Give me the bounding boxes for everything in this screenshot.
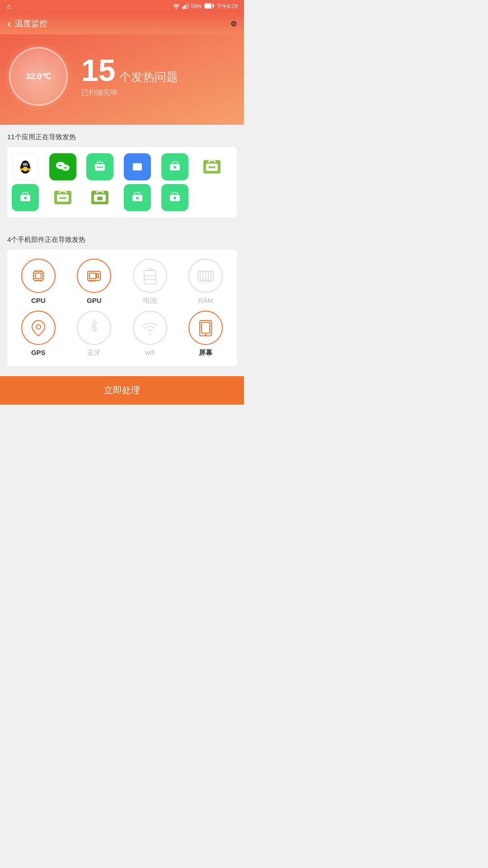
- svg-rect-93: [148, 269, 152, 271]
- warning-icon: ⚠: [6, 3, 12, 10]
- svg-rect-92: [144, 270, 156, 284]
- svg-point-27: [101, 166, 103, 168]
- svg-point-53: [59, 197, 61, 199]
- svg-point-21: [64, 167, 65, 169]
- svg-point-46: [24, 197, 27, 199]
- battery-icon: [204, 3, 214, 10]
- comp-battery[interactable]: 电池: [123, 259, 177, 305]
- temperature-value: 32.0℃: [26, 71, 51, 81]
- app-grid: [12, 153, 232, 211]
- svg-point-12: [23, 164, 25, 165]
- svg-rect-87: [97, 274, 99, 278]
- temperature-circle-wrap: 32.0℃: [9, 47, 68, 106]
- scan-status: 已扫描完毕: [81, 88, 178, 98]
- issue-suffix: 个发热问题: [119, 69, 178, 85]
- app-icon-android-blue[interactable]: [124, 153, 151, 180]
- svg-point-13: [26, 164, 27, 165]
- svg-rect-2: [186, 4, 188, 9]
- cpu-circle: [21, 259, 56, 293]
- header: ‹ 温度监控 ⚙: [0, 13, 244, 34]
- screen-circle: [188, 311, 223, 345]
- app-icon-android2[interactable]: [161, 153, 188, 180]
- cpu-label: CPU: [31, 297, 46, 304]
- app-icon-android-plain3[interactable]: [86, 184, 113, 211]
- svg-point-28: [97, 162, 98, 164]
- battery-label: 电池: [143, 297, 157, 305]
- comp-cpu[interactable]: CPU: [12, 259, 65, 305]
- comp-screen[interactable]: 屏幕: [179, 311, 233, 357]
- svg-point-39: [208, 160, 210, 162]
- svg-point-40: [214, 160, 216, 162]
- svg-point-70: [177, 193, 178, 194]
- action-button-label: 立即处理: [104, 385, 140, 395]
- gpu-circle: [77, 259, 111, 293]
- svg-rect-5: [213, 5, 214, 7]
- battery-circle: [133, 259, 167, 293]
- svg-rect-6: [205, 4, 211, 8]
- components-section: 4个手机部件正在导致发热 CPU: [0, 227, 244, 376]
- page-title: 温度监控: [15, 18, 47, 29]
- svg-point-68: [174, 197, 176, 199]
- svg-rect-31: [133, 163, 142, 170]
- signal-icon: [183, 3, 189, 10]
- wifi-label: wifi: [145, 349, 155, 356]
- comp-ram[interactable]: RAM: [179, 259, 233, 305]
- svg-point-107: [36, 325, 41, 329]
- svg-rect-0: [183, 6, 184, 9]
- bluetooth-circle: [77, 311, 111, 345]
- comp-gps[interactable]: GPS: [12, 311, 65, 357]
- svg-point-41: [209, 166, 211, 169]
- app-icon-android4[interactable]: [124, 184, 151, 211]
- app-icon-android-plain2[interactable]: [49, 184, 76, 211]
- svg-point-35: [171, 162, 173, 164]
- app-icon-android3[interactable]: [12, 184, 39, 211]
- settings-button[interactable]: ⚙: [230, 19, 237, 28]
- svg-rect-1: [184, 5, 186, 9]
- comp-wifi[interactable]: wifi: [123, 311, 177, 357]
- app-icon-android1[interactable]: [86, 153, 113, 180]
- components-section-title: 4个手机部件正在导致发热: [7, 236, 237, 244]
- svg-point-36: [177, 162, 178, 164]
- app-icon-wechat[interactable]: [49, 153, 76, 180]
- status-bar: ⚠ 59% 下午8:29: [0, 0, 244, 13]
- app-icon-qq[interactable]: [12, 153, 39, 180]
- svg-point-111: [205, 335, 206, 335]
- svg-point-63: [136, 197, 139, 199]
- ram-circle: [188, 259, 223, 293]
- app-icon-android-plain1[interactable]: [198, 153, 225, 180]
- svg-point-59: [102, 191, 104, 193]
- svg-point-26: [99, 166, 101, 168]
- hero-text: 15 个发热问题 已扫描完毕: [81, 55, 178, 98]
- component-grid: CPU GPU: [12, 256, 232, 360]
- app-icon-android5[interactable]: [161, 184, 188, 211]
- svg-point-29: [102, 162, 103, 164]
- gps-label: GPS: [31, 349, 46, 356]
- svg-point-108: [149, 333, 151, 335]
- svg-rect-110: [202, 322, 210, 333]
- comp-gpu[interactable]: GPU: [68, 259, 121, 305]
- gpu-label: GPU: [87, 297, 102, 304]
- svg-point-22: [66, 167, 67, 169]
- back-button[interactable]: ‹: [7, 17, 11, 31]
- temperature-circle: 32.0℃: [9, 47, 68, 106]
- svg-rect-72: [36, 273, 41, 278]
- battery-pct: 59%: [191, 3, 202, 9]
- svg-point-25: [97, 166, 99, 168]
- wifi-circle: [133, 311, 167, 345]
- time: 下午8:29: [216, 3, 238, 10]
- comp-bluetooth[interactable]: 蓝牙: [68, 311, 121, 357]
- svg-point-65: [139, 193, 141, 194]
- svg-point-34: [174, 166, 176, 169]
- components-card: CPU GPU: [7, 250, 237, 366]
- hero-section: 32.0℃ 15 个发热问题 已扫描完毕: [0, 34, 244, 125]
- svg-point-64: [134, 193, 135, 194]
- svg-point-55: [64, 197, 66, 199]
- gps-circle: [21, 311, 56, 345]
- svg-point-58: [96, 191, 98, 193]
- bluetooth-label: 蓝牙: [87, 349, 101, 357]
- ram-label: RAM: [198, 297, 213, 304]
- apps-section-title: 11个应用正在导致发热: [7, 133, 237, 142]
- svg-point-69: [171, 193, 173, 194]
- issue-count: 15: [81, 55, 116, 85]
- action-button[interactable]: 立即处理: [0, 376, 244, 405]
